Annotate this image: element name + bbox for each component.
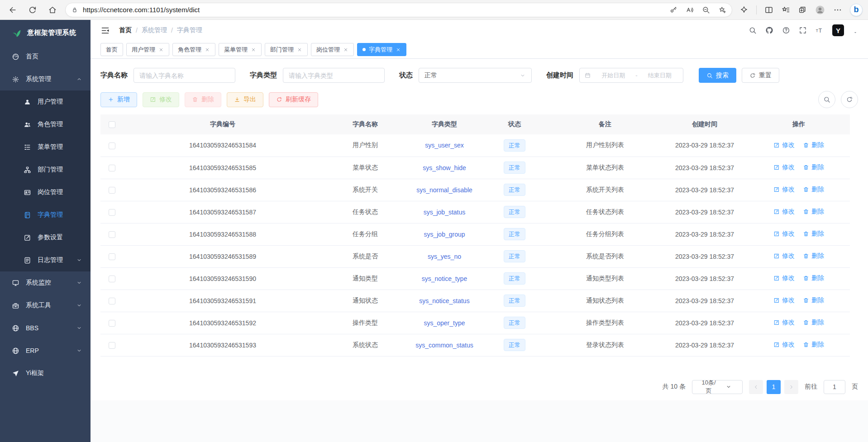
search-button[interactable]: 搜索 (699, 68, 736, 83)
dict-type-link[interactable]: sys_normal_disable (416, 186, 472, 194)
favorites-icon[interactable] (781, 5, 790, 14)
row-checkbox[interactable] (109, 342, 115, 349)
sidebar-item-user-management[interactable]: 用户管理 (0, 90, 91, 113)
select-all-checkbox[interactable] (109, 121, 115, 128)
tab-dept-management[interactable]: 部门管理 (265, 43, 308, 56)
dict-type-link[interactable]: sys_job_group (424, 231, 465, 238)
github-icon[interactable] (765, 26, 773, 34)
refresh-table-button[interactable] (841, 91, 858, 108)
sidebar-item-system-management[interactable]: 系统管理 (0, 68, 91, 90)
tab-home[interactable]: 首页 (100, 43, 123, 56)
close-icon[interactable] (158, 47, 164, 52)
read-aloud-icon[interactable] (686, 6, 694, 14)
row-delete-link[interactable]: 删除 (803, 163, 824, 171)
row-checkbox[interactable] (109, 298, 115, 304)
add-button[interactable]: 新增 (100, 92, 137, 107)
row-delete-link[interactable]: 删除 (803, 141, 824, 149)
collapse-sidebar-icon[interactable] (100, 26, 110, 35)
sidebar-item-yi-framework[interactable]: Yi框架 (0, 362, 91, 385)
delete-button[interactable]: 删除 (185, 92, 221, 107)
browser-back-icon[interactable] (8, 5, 17, 14)
close-icon[interactable] (205, 47, 210, 52)
sidebar-item-dict-management[interactable]: 字典管理 (0, 204, 91, 226)
sidebar-item-post-management[interactable]: 岗位管理 (0, 181, 91, 204)
row-checkbox[interactable] (109, 320, 115, 327)
breadcrumb-home[interactable]: 首页 (119, 26, 132, 34)
url-text[interactable]: https://ccnetcore.com:1101/system/dict (83, 6, 665, 14)
row-edit-link[interactable]: 修改 (773, 163, 795, 171)
row-edit-link[interactable]: 修改 (773, 208, 795, 216)
page-size-select[interactable]: 10条/页 (692, 380, 743, 394)
add-favorite-icon[interactable] (718, 6, 726, 14)
sidebar-item-log-management[interactable]: 日志管理 (0, 249, 91, 271)
address-bar[interactable]: https://ccnetcore.com:1101/system/dict (65, 3, 732, 17)
close-icon[interactable] (343, 47, 348, 52)
browser-profile-icon[interactable] (815, 5, 825, 15)
row-checkbox[interactable] (109, 231, 115, 238)
refresh-cache-button[interactable]: 刷新缓存 (269, 92, 318, 107)
row-delete-link[interactable]: 删除 (803, 318, 824, 327)
sidebar-item-dept-management[interactable]: 部门管理 (0, 158, 91, 181)
dict-type-link[interactable]: sys_yes_no (428, 253, 461, 260)
more-menu-icon[interactable] (833, 5, 842, 14)
reset-button[interactable]: 重置 (742, 68, 779, 83)
row-edit-link[interactable]: 修改 (773, 296, 795, 304)
row-delete-link[interactable]: 删除 (803, 296, 824, 304)
close-icon[interactable] (297, 47, 302, 52)
row-edit-link[interactable]: 修改 (773, 341, 795, 349)
tab-role-management[interactable]: 角色管理 (172, 43, 215, 56)
sidebar-item-role-management[interactable]: 角色管理 (0, 113, 91, 136)
dict-type-link[interactable]: sys_job_status (424, 209, 466, 216)
dict-type-link[interactable]: sys_show_hide (423, 164, 466, 171)
tab-dict-management[interactable]: 字典管理 (357, 43, 406, 56)
row-delete-link[interactable]: 删除 (803, 274, 824, 282)
browser-reload-icon[interactable] (28, 5, 37, 14)
dict-type-input[interactable] (283, 68, 385, 83)
export-button[interactable]: 导出 (227, 92, 263, 107)
page-1-button[interactable]: 1 (767, 380, 781, 394)
user-avatar[interactable]: Y (832, 24, 844, 36)
date-range-picker[interactable]: 开始日期 - 结束日期 (579, 68, 683, 83)
zoom-out-icon[interactable] (702, 6, 710, 14)
row-checkbox[interactable] (109, 143, 115, 149)
row-delete-link[interactable]: 删除 (803, 208, 824, 216)
dict-type-link[interactable]: sys_common_status (415, 342, 473, 349)
row-edit-link[interactable]: 修改 (773, 274, 795, 282)
dict-type-link[interactable]: sys_notice_type (422, 275, 467, 282)
row-edit-link[interactable]: 修改 (773, 252, 795, 260)
sidebar-item-home[interactable]: 首页 (0, 45, 91, 68)
sidebar-item-system-tools[interactable]: 系统工具 (0, 294, 91, 317)
row-edit-link[interactable]: 修改 (773, 230, 795, 238)
sidebar-item-menu-management[interactable]: 菜单管理 (0, 136, 91, 158)
row-edit-link[interactable]: 修改 (773, 185, 795, 194)
toggle-search-button[interactable] (818, 91, 835, 108)
sidebar-item-bbs[interactable]: BBS (0, 317, 91, 339)
row-delete-link[interactable]: 删除 (803, 252, 824, 260)
bing-copilot-icon[interactable]: b (850, 4, 863, 16)
row-edit-link[interactable]: 修改 (773, 141, 795, 149)
tab-user-management[interactable]: 用户管理 (126, 43, 169, 56)
sidebar-item-param-settings[interactable]: 参数设置 (0, 226, 91, 249)
avatar-caret-icon[interactable] (853, 30, 858, 35)
prev-page-button[interactable] (749, 380, 763, 394)
close-icon[interactable] (396, 47, 401, 52)
row-delete-link[interactable]: 删除 (803, 230, 824, 238)
font-size-icon[interactable]: TT (816, 26, 824, 34)
dict-type-link[interactable]: sys_notice_status (419, 297, 469, 304)
browser-essentials-icon[interactable] (739, 5, 749, 14)
row-checkbox[interactable] (109, 253, 115, 260)
row-edit-link[interactable]: 修改 (773, 318, 795, 327)
row-checkbox[interactable] (109, 187, 115, 194)
fullscreen-icon[interactable] (799, 26, 807, 34)
split-screen-icon[interactable] (764, 5, 773, 14)
close-icon[interactable] (251, 47, 256, 52)
sidebar-item-system-monitor[interactable]: 系统监控 (0, 271, 91, 294)
goto-page-input[interactable] (824, 380, 845, 394)
header-search-icon[interactable] (749, 26, 757, 34)
row-checkbox[interactable] (109, 165, 115, 171)
row-delete-link[interactable]: 删除 (803, 341, 824, 349)
tab-menu-management[interactable]: 菜单管理 (219, 43, 262, 56)
row-checkbox[interactable] (109, 209, 115, 216)
dict-name-input[interactable] (134, 68, 235, 83)
row-checkbox[interactable] (109, 276, 115, 282)
